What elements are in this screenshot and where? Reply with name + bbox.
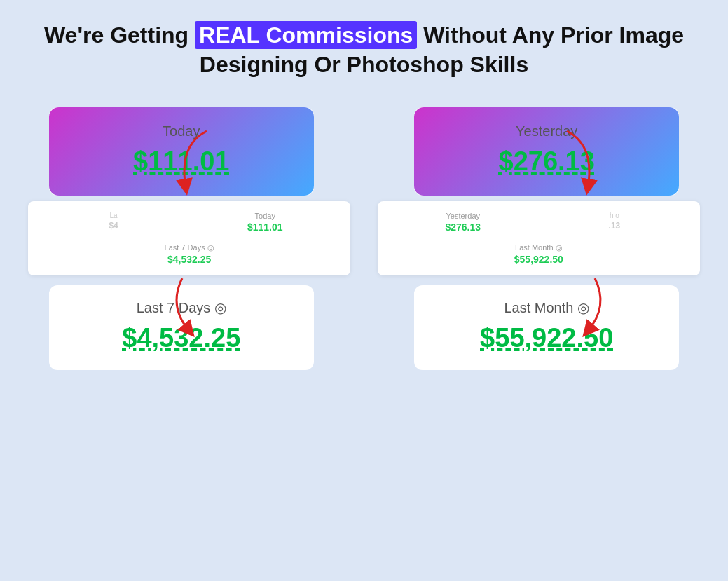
headline-highlight: REAL Commissions	[195, 21, 417, 49]
left-row-7days: Last 7 Days ◎ $4,532.25	[28, 238, 350, 270]
dashboard-section: La $4 Today $111.01 Last 7 Days ◎ $4,532…	[28, 201, 700, 275]
left-7days-cell: Last 7 Days ◎ $4,532.25	[161, 243, 217, 265]
right-lastmonth-cell: Last Month ◎ $55,922.50	[511, 243, 567, 265]
yesterday-label: Yesterday	[437, 123, 656, 139]
left-today-cell: Today $111.01	[237, 212, 293, 233]
right-mock-panel: Yesterday $276.13 h o .13 Last Month ◎ $…	[378, 201, 700, 275]
left-today-label: Today	[237, 212, 293, 220]
headline-part1: We're Getting	[44, 22, 195, 48]
yesterday-card-wrap: Yesterday $276.13	[414, 107, 679, 196]
headline: We're Getting REAL Commissions Without A…	[28, 21, 700, 79]
bottom-section-wrapper: Last 7 Days ◎ $4,532.25 Last Month ◎ $55…	[28, 285, 700, 370]
right-yesterday-val: $276.13	[435, 221, 491, 233]
left-side-faded: La $4	[85, 212, 142, 233]
right-lastmonth-val: $55,922.50	[511, 254, 567, 265]
right-yesterday-label: Yesterday	[435, 212, 491, 220]
dashboard-right: Yesterday $276.13 h o .13 Last Month ◎ $…	[378, 201, 700, 275]
yesterday-showcase-card: Yesterday $276.13	[414, 107, 679, 196]
yesterday-amount: $276.13	[437, 146, 656, 177]
left-mock-panel: La $4 Today $111.01 Last 7 Days ◎ $4,532…	[28, 201, 350, 275]
right-yesterday-cell: Yesterday $276.13	[435, 212, 491, 233]
arrow-yesterday	[553, 124, 609, 208]
arrow-7days	[161, 271, 231, 341]
left-7days-label: Last 7 Days ◎	[161, 243, 217, 252]
arrow-today	[165, 124, 221, 208]
right-row-yesterday: Yesterday $276.13 h o .13	[378, 207, 700, 238]
arrow-lastmonth	[546, 271, 616, 341]
layout: Today $111.01 Yesterday $276.13 La	[28, 107, 700, 370]
left-today-val: $111.01	[237, 221, 293, 233]
right-row-lastmonth: Last Month ◎ $55,922.50	[378, 238, 700, 270]
left-7days-val: $4,532.25	[161, 254, 217, 265]
right-side-faded: h o .13	[586, 212, 643, 233]
right-lastmonth-label: Last Month ◎	[511, 243, 567, 252]
page-wrapper: We're Getting REAL Commissions Without A…	[0, 0, 728, 581]
dashboard-left: La $4 Today $111.01 Last 7 Days ◎ $4,532…	[28, 201, 350, 275]
left-row-today: La $4 Today $111.01	[28, 207, 350, 238]
